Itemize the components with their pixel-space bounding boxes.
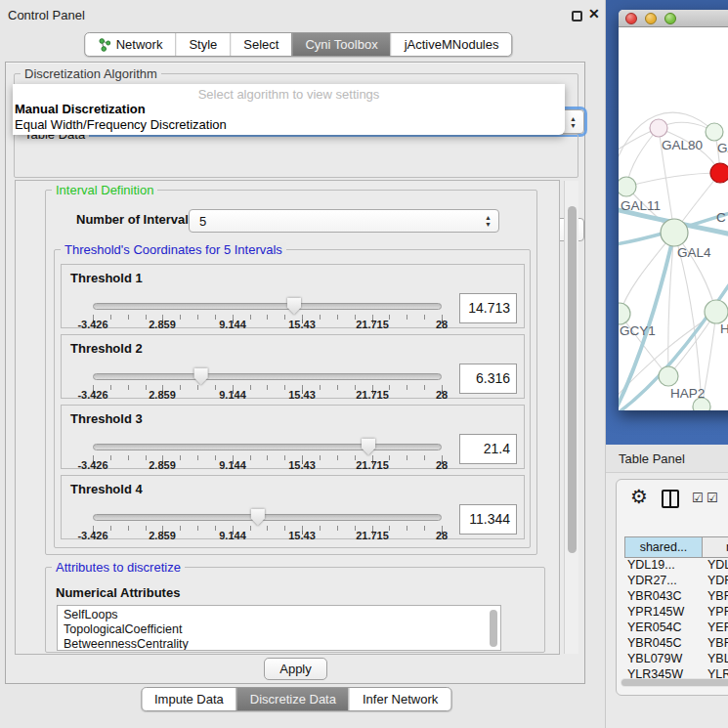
table-data-group: Table Data galFiltered.sif default node … xyxy=(14,134,578,178)
network-node-label: GCY1 xyxy=(620,323,656,338)
network-node[interactable] xyxy=(659,366,678,386)
split-columns-icon[interactable] xyxy=(662,490,679,508)
threshold-value-field[interactable]: 21.4 xyxy=(459,434,517,464)
slider-track[interactable] xyxy=(93,303,442,310)
table-horizontal-scrollbar[interactable] xyxy=(621,678,728,687)
table-row[interactable]: YER054CYER0 xyxy=(624,621,728,636)
network-node-label: GAL11 xyxy=(621,198,661,213)
list-item[interactable]: TopologicalCoefficient xyxy=(64,622,500,637)
interval-definition-label: Interval Definition xyxy=(52,183,157,197)
tab-impute-data[interactable]: Impute Data xyxy=(142,688,236,710)
table-row[interactable]: YDR27...YDR2 xyxy=(624,574,728,589)
column-header-name[interactable]: n xyxy=(703,536,728,558)
slider-track[interactable] xyxy=(93,373,442,380)
table-panel-titlebar: Table Panel xyxy=(606,445,728,473)
network-node[interactable] xyxy=(705,300,728,323)
slider-thumb[interactable] xyxy=(193,367,209,385)
table-rows: YDL19...YDL1 YDR27...YDR2 YBR043CYBR0 YP… xyxy=(624,558,728,678)
tab-cyni-toolbox[interactable]: Cyni Toolbox xyxy=(291,33,390,56)
network-node[interactable] xyxy=(661,219,688,246)
network-node[interactable] xyxy=(619,303,630,324)
slider-axis-labels: -3.4262.8599.14415.4321.71528 xyxy=(62,530,526,541)
threshold-row: Threshold 2 -3.4262.8599.14415.4321.7152… xyxy=(61,334,525,399)
zoom-traffic-light[interactable] xyxy=(664,13,676,24)
threshold-row: Threshold 4 -3.4262.8599.14415.4321.7152… xyxy=(61,475,525,539)
discretization-algorithm-label: Discretization Algorithm xyxy=(21,66,161,81)
threshold-value-field[interactable]: 14.713 xyxy=(459,293,517,323)
network-edge[interactable] xyxy=(626,173,720,187)
threshold-row: Threshold 3 -3.4262.8599.14415.4321.7152… xyxy=(61,405,525,469)
panel-vertical-scrollbar[interactable] xyxy=(564,181,578,654)
column-header-shared[interactable]: shared... xyxy=(624,536,703,558)
network-node-label: HAP2 xyxy=(670,386,705,401)
slider-thumb[interactable] xyxy=(361,438,376,455)
table-row[interactable]: YBR045CYBR0 xyxy=(624,636,728,652)
table-panel-card: ⚙ ☑ ☑ shared... n YDL19...YDL1 YDR27...Y… xyxy=(616,479,728,696)
network-node[interactable] xyxy=(710,163,728,183)
control-panel-titlebar: Control Panel ✕ xyxy=(0,0,606,29)
network-node-label: C xyxy=(716,210,726,225)
checkbox-icon[interactable]: ☑ xyxy=(692,491,704,505)
network-window-titlebar[interactable] xyxy=(619,10,728,27)
close-traffic-light[interactable] xyxy=(625,13,637,24)
tab-network[interactable]: Network xyxy=(85,33,176,56)
threshold-value-field[interactable]: 6.316 xyxy=(459,364,517,394)
network-view-window: GAL80GACGAL11GAL4GCY1HHAP2 xyxy=(619,10,728,410)
dropdown-option-manual-discretization[interactable]: Manual Discretization xyxy=(15,102,146,116)
cyni-toolbox-content: Discretization Algorithm ▲▼ Table Data g… xyxy=(5,62,585,684)
numerical-attributes-label: Numerical Attributes xyxy=(56,585,180,600)
number-of-intervals-combobox[interactable]: 5 ▲▼ xyxy=(189,209,499,233)
combo-stepper-icon: ▲▼ xyxy=(570,114,577,129)
network-node-label: H xyxy=(720,321,728,336)
dropdown-option-equal-width-frequency[interactable]: Equal Width/Frequency Discretization xyxy=(15,117,227,132)
table-row[interactable]: YBL079WYBL0 xyxy=(624,652,728,667)
combo-stepper-icon: ▲▼ xyxy=(485,214,492,229)
top-tab-bar: Network Style Select Cyni Toolbox jActiv… xyxy=(84,32,513,57)
tab-infer-network[interactable]: Infer Network xyxy=(349,688,450,710)
network-canvas[interactable]: GAL80GACGAL11GAL4GCY1HHAP2 xyxy=(619,28,728,410)
apply-button[interactable]: Apply xyxy=(264,658,327,680)
table-panel-title: Table Panel xyxy=(619,451,685,466)
table-row[interactable]: YLR345WYLR3 xyxy=(624,667,728,678)
checkbox-icon[interactable]: ☑ xyxy=(707,491,718,505)
tab-select[interactable]: Select xyxy=(230,33,291,56)
threshold-label: Threshold 3 xyxy=(70,411,143,426)
slider-axis-labels: -3.4262.8599.14415.4321.71528 xyxy=(62,319,526,330)
float-window-icon[interactable] xyxy=(572,11,582,21)
list-item[interactable]: SelfLoops xyxy=(64,608,500,622)
table-row[interactable]: YDL19...YDL1 xyxy=(624,558,728,574)
network-node[interactable] xyxy=(706,123,723,141)
interval-definition-group: Interval Definition Number of Intervals … xyxy=(45,190,537,555)
number-of-intervals-label: Number of Intervals xyxy=(76,212,195,227)
network-icon xyxy=(98,38,111,52)
minimize-traffic-light[interactable] xyxy=(645,13,657,24)
slider-track[interactable] xyxy=(93,444,442,450)
tab-jactivemnodules[interactable]: jActiveMNodules xyxy=(391,33,512,56)
slider-axis-labels: -3.4262.8599.14415.4321.71528 xyxy=(62,389,526,401)
algorithm-dropdown-popup: Select algorithm to view settings Manual… xyxy=(13,84,565,135)
thresholds-group: Threshold's Coordinates for 5 Intervals … xyxy=(54,249,531,548)
network-node[interactable] xyxy=(619,177,636,196)
tab-network-label: Network xyxy=(116,37,163,52)
slider-thumb[interactable] xyxy=(250,508,266,526)
threshold-value-field[interactable]: 11.344 xyxy=(459,504,517,535)
list-item[interactable]: BetweennessCentrality xyxy=(64,637,500,651)
threshold-row: Threshold 1 -3.4262.8599.14415.4321.7152… xyxy=(61,264,525,328)
tab-discretize-data[interactable]: Discretize Data xyxy=(236,688,349,710)
slider-thumb[interactable] xyxy=(286,297,302,315)
bottom-tab-bar: Impute Data Discretize Data Infer Networ… xyxy=(141,687,451,711)
network-node[interactable] xyxy=(650,119,667,137)
threshold-label: Threshold 2 xyxy=(70,341,143,356)
list-scrollbar[interactable] xyxy=(490,610,497,647)
attributes-to-discretize-group: Attributes to discretize Numerical Attri… xyxy=(45,567,545,653)
table-row[interactable]: YPR145WYPR1 xyxy=(624,605,728,621)
tab-style[interactable]: Style xyxy=(175,33,230,56)
algorithm-placeholder: Select algorithm to view settings xyxy=(13,87,565,102)
gear-icon[interactable]: ⚙ xyxy=(630,485,648,508)
close-icon[interactable]: ✕ xyxy=(588,6,600,21)
table-header-row: shared... n xyxy=(624,536,728,558)
right-region: GAL80GACGAL11GAL4GCY1HHAP2 Table Panel ⚙… xyxy=(606,0,728,728)
table-row[interactable]: YBR043CYBR0 xyxy=(624,589,728,605)
slider-track[interactable] xyxy=(93,514,442,521)
threshold-label: Threshold 4 xyxy=(70,482,143,496)
